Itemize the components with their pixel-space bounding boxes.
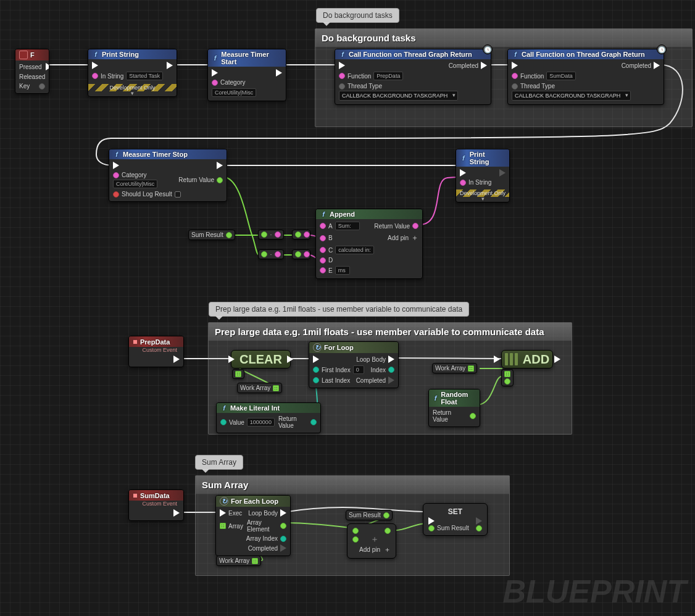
pin-first[interactable]: [313, 367, 319, 373]
pin-completed[interactable]: [388, 377, 394, 384]
pin-exec-in[interactable]: [313, 356, 319, 363]
pin-thread[interactable]: [512, 83, 518, 89]
pin-category[interactable]: [113, 172, 119, 178]
pin-exec-out[interactable]: [481, 62, 487, 69]
node-sumdata-event[interactable]: ◆SumData Custom Event: [128, 489, 184, 521]
node-conv-1[interactable]: ·: [258, 230, 284, 239]
pin-instring[interactable]: [460, 180, 466, 186]
callfn2-fnval[interactable]: SumData: [546, 72, 576, 80]
pin-in2[interactable]: [295, 231, 301, 238]
pin-out2[interactable]: [304, 231, 310, 238]
pin-exec-out[interactable]: [173, 509, 180, 517]
pin-return[interactable]: [412, 223, 418, 229]
pin-elem[interactable]: [280, 523, 286, 529]
node-set[interactable]: SET Sum Result: [423, 503, 488, 536]
expand-chev-2[interactable]: ▾: [456, 196, 509, 202]
pin-idx[interactable]: [280, 536, 286, 542]
pin-sr2[interactable]: [383, 512, 389, 518]
pin-wa2[interactable]: [468, 365, 474, 372]
pin-wa1[interactable]: [273, 385, 279, 391]
node-clear[interactable]: CLEAR: [231, 350, 291, 368]
pin-comp[interactable]: [280, 544, 286, 552]
mli-value[interactable]: 1000000: [247, 418, 275, 427]
node-make-literal-int[interactable]: fMake Literal Int Value1000000Return Val…: [216, 402, 321, 433]
pin-out[interactable]: [385, 528, 391, 534]
callfn1-fnval[interactable]: PrepData: [373, 72, 403, 80]
pin-out[interactable]: [476, 525, 482, 531]
callfn1-thrval[interactable]: CALLBACK BACKGROUND TASKGRAPH: [339, 91, 458, 101]
pin-arr[interactable]: [235, 371, 241, 377]
node-measure-stop[interactable]: fMeasure Timer Stop Category CoreUtility…: [109, 149, 227, 202]
var-sumresult[interactable]: Sum Result: [188, 230, 235, 240]
pin-a[interactable]: [352, 528, 359, 534]
pin-e[interactable]: [320, 267, 326, 273]
pin-exec-in[interactable]: [113, 162, 119, 169]
pin-exec-in[interactable]: [339, 62, 345, 69]
checkbox-log[interactable]: [175, 191, 181, 198]
node-conv-2b[interactable]: [292, 249, 310, 259]
pin-exec-out[interactable]: [173, 356, 180, 363]
plus-add-icon[interactable]: ＋: [384, 545, 391, 554]
pin-c[interactable]: [320, 247, 326, 253]
pin-exec-out[interactable]: [554, 356, 560, 363]
val-e[interactable]: ms: [335, 266, 350, 275]
node-callfn-1[interactable]: fCall Function on Thread Graph Return Co…: [335, 49, 491, 105]
pin-b[interactable]: [352, 536, 359, 543]
pin-exec-in[interactable]: [212, 69, 218, 77]
pin-return[interactable]: [217, 177, 223, 183]
var-workarray-2[interactable]: Work Array: [432, 363, 477, 373]
pin-out[interactable]: [275, 251, 281, 257]
callfn2-thrval[interactable]: CALLBACK BACKGROUND TASKGRAPH: [512, 91, 631, 101]
pin-loopbody[interactable]: [388, 356, 394, 363]
pin-in2[interactable]: [295, 251, 301, 257]
node-measure-start[interactable]: fMeasure Timer Start Category CoreUtilit…: [207, 49, 286, 101]
pin-exec-out[interactable]: [276, 69, 282, 77]
pin-exec-in[interactable]: [428, 517, 435, 525]
mstop-catval[interactable]: CoreUtility|Misc: [113, 180, 157, 188]
val-a[interactable]: Sum:: [335, 222, 360, 230]
pin-b[interactable]: [320, 235, 326, 241]
mstart-catval[interactable]: CoreUtility|Misc: [212, 88, 256, 97]
pin-exec-in[interactable]: [228, 356, 235, 363]
pin-exec-in[interactable]: [92, 62, 98, 69]
node-plus[interactable]: ＋ Add pin＋: [347, 523, 396, 559]
pin-exec-out[interactable]: [167, 62, 173, 69]
node-print-string-1[interactable]: fPrint String In StringStarted Task Deve…: [88, 49, 177, 97]
pin-exec-in[interactable]: [460, 169, 466, 177]
pin-arr[interactable]: [504, 371, 510, 377]
pin-fn[interactable]: [512, 73, 518, 79]
pin-exec-released[interactable]: [49, 73, 49, 80]
pin-shouldlog[interactable]: [113, 191, 119, 198]
pin-setval[interactable]: [428, 525, 435, 531]
node-add-pins[interactable]: [501, 369, 514, 386]
node-clear-target[interactable]: [232, 369, 244, 379]
node-foreach[interactable]: ↻For Each Loop ExecLoop Body ArrayArray …: [215, 495, 291, 556]
pin-in[interactable]: [261, 251, 267, 257]
var-sumresult-2[interactable]: Sum Result: [346, 510, 393, 520]
pin-d[interactable]: [320, 257, 326, 264]
print1-value[interactable]: Started Task: [126, 72, 163, 80]
pin-fn[interactable]: [339, 73, 345, 79]
var-workarray-1[interactable]: Work Array: [237, 383, 282, 393]
pin-wa3[interactable]: [252, 558, 258, 564]
pin-last[interactable]: [313, 377, 319, 383]
node-forloop[interactable]: ↻For Loop Loop Body First Index0Index La…: [309, 341, 399, 388]
pin-a[interactable]: [320, 223, 326, 229]
pin-exec-out[interactable]: [654, 62, 660, 69]
pin-exec-in[interactable]: [494, 356, 500, 363]
pin-body[interactable]: [280, 509, 286, 517]
pin-exec-out[interactable]: [287, 356, 293, 363]
node-fkey[interactable]: F Pressed Released Key: [15, 49, 49, 94]
plus-addpin[interactable]: Add pin: [359, 546, 380, 553]
pin-index[interactable]: [388, 367, 394, 373]
node-conv-1b[interactable]: [292, 230, 310, 239]
pin-exec-out[interactable]: [499, 169, 506, 177]
pin-out2[interactable]: [304, 251, 310, 257]
append-addpin[interactable]: Add pin: [388, 235, 409, 241]
pin-category[interactable]: [212, 80, 218, 86]
pin-return[interactable]: [470, 413, 476, 419]
pin-exec-out[interactable]: [217, 162, 223, 169]
pin-in[interactable]: [261, 231, 267, 238]
node-prepdata-event[interactable]: ◆PrepData Custom Event: [128, 336, 184, 367]
node-callfn-2[interactable]: fCall Function on Thread Graph Return Co…: [507, 49, 664, 105]
